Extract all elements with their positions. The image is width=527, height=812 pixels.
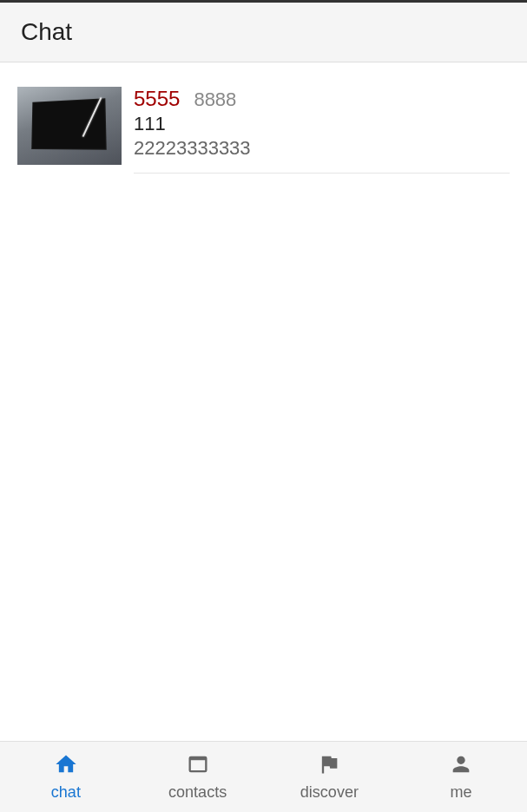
nav-label-chat: chat — [51, 783, 81, 802]
chat-thumbnail — [17, 87, 122, 165]
chat-value-primary: 5555 — [134, 87, 180, 111]
nav-tab-discover[interactable]: discover — [264, 742, 396, 812]
window-icon — [186, 752, 210, 776]
nav-label-discover: discover — [300, 783, 359, 802]
nav-tab-contacts[interactable]: contacts — [132, 742, 264, 812]
chat-list-item[interactable]: 5555 8888 111 22223333333 — [17, 87, 510, 174]
home-icon — [54, 752, 78, 776]
bottom-nav: chat contacts discover me — [0, 741, 527, 812]
content-area: 5555 8888 111 22223333333 — [0, 62, 527, 741]
person-icon — [449, 752, 473, 776]
chat-line-3: 22223333333 — [134, 137, 510, 160]
chat-value-secondary: 8888 — [194, 88, 236, 111]
header: Chat — [0, 3, 527, 62]
chat-info: 5555 8888 111 22223333333 — [134, 87, 510, 174]
nav-tab-chat[interactable]: chat — [0, 742, 132, 812]
nav-label-contacts: contacts — [168, 783, 227, 802]
chat-line-2: 111 — [134, 113, 510, 135]
page-title: Chat — [21, 18, 506, 46]
nav-label-me: me — [451, 783, 472, 802]
nav-tab-me[interactable]: me — [395, 742, 527, 812]
flag-icon — [317, 752, 341, 776]
chat-row-primary: 5555 8888 — [134, 87, 510, 111]
